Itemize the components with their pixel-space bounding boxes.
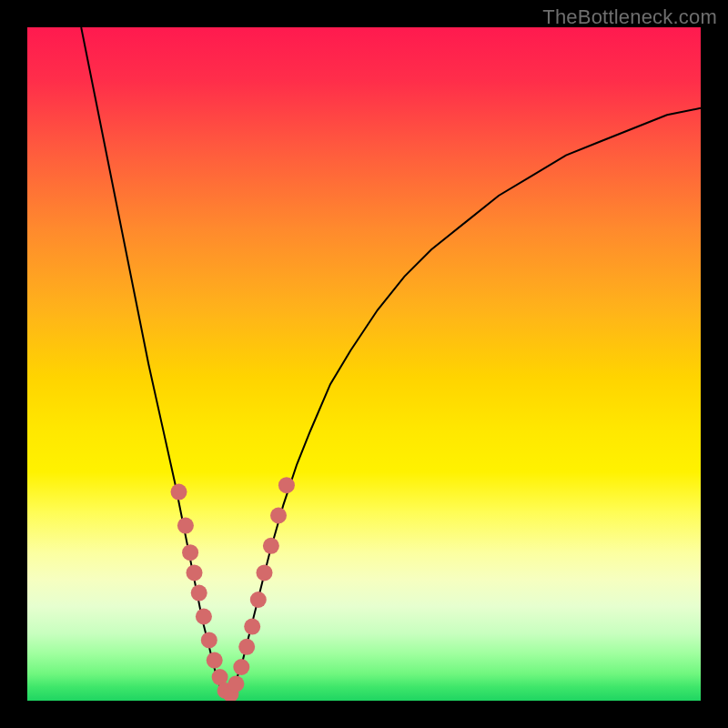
marker-dot [278,477,295,493]
marker-dot [182,544,198,561]
marker-dot [270,508,287,524]
marker-dot [207,652,223,669]
marker-dot [171,484,187,500]
marker-dot [233,659,249,675]
marker-dot [191,585,207,602]
marker-dot [201,632,217,648]
marker-dot [187,564,203,581]
marker-dot [228,676,244,693]
highlighted-markers-group [171,477,295,701]
watermark-text: TheBottleneck.com [542,5,717,29]
marker-dot [250,592,267,608]
curve-layer [27,27,701,701]
plot-area [27,27,701,701]
marker-dot [263,538,279,554]
marker-dot [238,639,255,655]
chart-frame: TheBottleneck.com [0,0,728,728]
bottleneck-curve [81,27,701,694]
marker-dot [257,564,273,581]
marker-dot [244,619,260,635]
marker-dot [177,518,194,534]
bottleneck-curve-path [81,27,701,694]
marker-dot [196,609,212,625]
